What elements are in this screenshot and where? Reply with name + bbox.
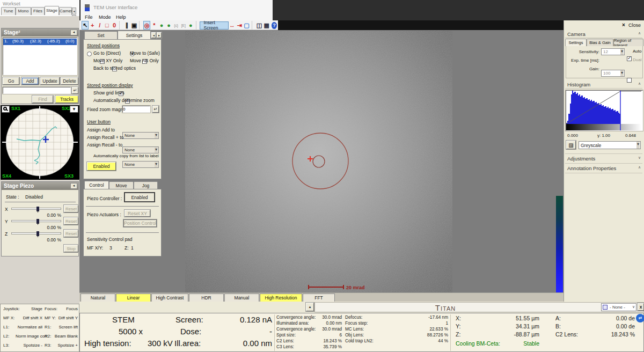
map-zoom-button[interactable] [2,106,10,113]
display-tab-manual[interactable]: Manual [224,294,259,302]
workset-tab-stage[interactable]: Stage [45,6,59,15]
ep-mode-icon[interactable]: [E] [180,21,187,30]
tab-set[interactable]: Set [84,31,118,39]
annotation-section-header[interactable]: Annotation Properties [567,165,616,171]
histogram-section-header[interactable]: Histogram [567,82,590,87]
workset-tab-tune[interactable]: Tune [1,7,16,15]
beam-marker-icon[interactable]: ◎ [143,21,150,30]
rectangle-tool-icon[interactable]: □ [104,21,111,30]
camera-collapse-icon[interactable]: ∧ [638,31,641,35]
stem-detector-icon[interactable]: {c} [173,21,180,30]
crosshair-tool-icon[interactable]: + [89,21,96,30]
stage-panel-collapse-button[interactable]: ◄ [70,30,77,35]
ellipse-tool-icon[interactable]: 0 [111,21,118,30]
stage-position-row[interactable]: 1. (50.3) (32.3) (-85.2) (0.0) [3,39,77,45]
dual-checkbox[interactable] [627,78,632,83]
overlay-select[interactable]: - None - ∨ [601,303,636,311]
beam-star-icon[interactable]: * [151,21,158,30]
display-tab-high-resolution[interactable]: High Resolution [260,294,302,302]
assign-recall-plus-select[interactable]: None [122,146,159,153]
camera-tab-settings[interactable]: Settings [565,39,587,46]
help-icon[interactable]: ? [272,22,277,29]
line-tool-icon[interactable]: / [97,21,104,30]
histogram-collapse-icon[interactable]: ∧ [638,82,641,86]
cursor-tool-icon[interactable]: ↖ [82,21,89,30]
inner-angle-circle[interactable] [313,156,325,167]
settings-tabs-scroll-left[interactable]: ◄ [151,32,156,38]
piezo-z-slider[interactable] [11,232,61,234]
piezo-z-reset-button[interactable]: Reset [64,230,78,237]
stage-label-input[interactable] [3,87,71,94]
levels-icon[interactable]: ▨ [566,141,576,149]
piezo-y-reset-button[interactable]: Reset [64,217,78,225]
piezo-x-slider[interactable] [11,208,61,210]
histogram-box[interactable] [566,90,643,131]
go-button[interactable]: Go [3,77,19,85]
display-tab-fft[interactable]: FFT [303,294,335,302]
auto-checkbox[interactable] [627,56,632,61]
annotation-collapse-icon[interactable]: ∧ [638,165,641,170]
duplicate-view-icon[interactable]: ◫ [256,21,263,30]
adjustments-collapse-icon[interactable]: ∨ [638,156,641,160]
piezo-y-slider[interactable] [11,220,61,222]
tile-windows-icon[interactable]: ▦ [263,21,270,30]
assign-recall-minus-select[interactable]: None [122,161,159,168]
screen-in-icon[interactable]: ↔ [229,21,236,30]
close-icon[interactable]: × [622,22,625,28]
position-control-button[interactable]: Position Control [123,219,157,227]
display-tab-high-contrast[interactable]: High Contrast [151,294,188,302]
fixed-zoom-enter-button[interactable]: ↵ [152,106,159,113]
stage-piezo-collapse-button[interactable]: ◄ [70,183,77,189]
piezo-x-reset-button[interactable]: Reset [64,205,78,212]
screen-out-icon[interactable]: ⇥ [236,21,243,30]
workset-tab-camer[interactable]: Camer [59,7,72,15]
camera-tab-region-of-interest[interactable]: Region of Interest [613,39,643,46]
menu-mode[interactable]: Mode [99,14,111,20]
update-button[interactable]: Update [40,77,60,85]
outer-angle-circle[interactable] [292,133,348,189]
scroll-up-button[interactable]: ▲ [306,303,314,311]
sensitivity-select[interactable]: 12 [601,48,625,55]
panel-close-label[interactable]: Close [628,23,641,28]
assign-add-select[interactable]: None [122,132,159,139]
camera-tab-bias-&-gain[interactable]: Bias & Gain [587,39,613,46]
tab-jog[interactable]: Jog [134,181,158,189]
green-status-icon-2[interactable]: ● [165,21,172,30]
reset-xy-button[interactable]: Reset XY [125,210,150,217]
go-to-direct-radio[interactable] [87,52,92,56]
green-status-icon-3[interactable]: ● [187,21,194,30]
remote-access-icon[interactable]: ⇄ [636,314,644,322]
workset-tab-mono[interactable]: Mono [16,7,31,15]
workset-tab-files[interactable]: Files [31,7,45,15]
colormap-select[interactable]: Greyscale [579,141,641,149]
tracks-button[interactable]: Tracks [55,96,78,103]
tab-control[interactable]: Control [84,181,109,189]
piezo-controller-enabled-button[interactable]: Enabled [125,193,155,202]
piezo-stop-button[interactable]: Stop [64,245,78,252]
workset-tabs-scroll-left[interactable]: ◄ [72,8,76,14]
map-dropdown-button[interactable]: ▼ [70,106,78,113]
tab-move[interactable]: Move [109,181,134,189]
menu-help[interactable]: Help [116,14,126,20]
stage-map-display[interactable]: SX1 SX2 SX3 SX4 ▼ [1,105,79,180]
pause-icon[interactable]: ∥ [123,21,130,30]
titan-close-button[interactable]: x [638,303,644,311]
tab-settings[interactable]: Settings [118,31,151,39]
green-status-icon-1[interactable]: ● [158,21,165,30]
delete-button[interactable]: Delete [61,77,78,85]
add-button[interactable]: Add [21,77,39,85]
adjustments-section-header[interactable]: Adjustments [567,156,595,162]
exp-time-select[interactable]: 100 [601,70,625,77]
insert-screen-button[interactable]: Insert Screen [200,21,229,30]
find-button[interactable]: Find [32,96,53,103]
enabled-toggle-button[interactable]: Enabled [87,162,116,171]
settings-tabs-scroll-right[interactable]: ► [157,32,162,38]
camera-section-header[interactable]: Camera [567,31,586,37]
display-tab-natural[interactable]: Natural [80,294,115,302]
camera-icon[interactable]: ▣ [131,21,138,30]
selection-frame-icon[interactable]: ▢ [243,21,250,30]
stage-label-enter-button[interactable]: ↵ [72,87,78,94]
stage-position-list[interactable]: 1. (50.3) (32.3) (-85.2) (0.0) [3,38,77,75]
fixed-zoom-input[interactable] [122,106,150,113]
display-tab-linear[interactable]: Linear [116,294,151,302]
